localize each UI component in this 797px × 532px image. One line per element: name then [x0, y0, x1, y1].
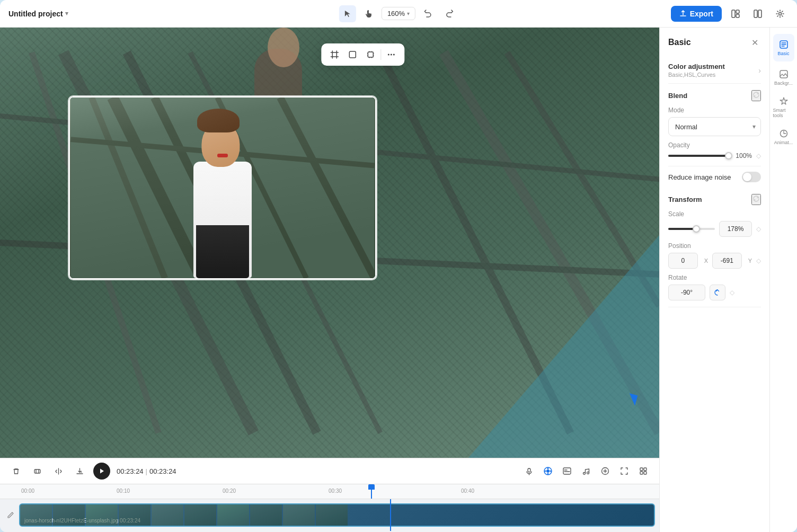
hand-tool-button[interactable]: [360, 5, 377, 22]
teal-overlay: [468, 235, 659, 458]
project-title[interactable]: Untitled project ▾: [8, 10, 68, 18]
music-button[interactable]: [579, 464, 594, 478]
transform-button[interactable]: [362, 47, 378, 63]
zoom-control[interactable]: 160% ▾: [382, 7, 415, 20]
timeline-area: 00:23:24|00:23:24: [0, 458, 659, 532]
opacity-reset-diamond[interactable]: ◇: [756, 152, 761, 159]
svg-rect-16: [349, 51, 356, 58]
svg-rect-47: [640, 468, 643, 471]
crop-button[interactable]: [326, 47, 342, 63]
svg-rect-50: [644, 472, 647, 474]
blend-title: Blend: [668, 90, 761, 101]
playhead-track: [390, 499, 391, 531]
flip-button[interactable]: [51, 464, 66, 478]
y-axis-label: Y: [748, 258, 752, 264]
fullscreen-button[interactable]: [617, 464, 632, 478]
settings-button[interactable]: [772, 5, 789, 22]
svg-point-34: [546, 469, 550, 473]
blend-reset-button[interactable]: [751, 90, 761, 101]
scale-label: Scale: [668, 210, 761, 218]
right-panel: Basic ✕ Color adjustment Basic,HSL,Curve…: [659, 28, 797, 532]
scale-reset-diamond[interactable]: ◇: [756, 225, 761, 233]
timeline-tracks: jonas-horsch-nI2UHFtetzE-unsplash.jpg 00…: [0, 499, 659, 531]
position-reset-diamond[interactable]: ◇: [756, 257, 761, 264]
color-adjustment-row[interactable]: Color adjustment Basic,HSL,Curves ›: [668, 57, 761, 84]
timeline-ruler: 00:00 00:10 00:20 00:30 00:40: [0, 484, 659, 499]
more-options-button[interactable]: [383, 47, 399, 63]
mode-select-wrapper[interactable]: Normal Multiply Screen Overlay ▾: [668, 117, 761, 136]
smart-tools-panel-button[interactable]: Smart tools: [773, 93, 794, 121]
topbar: Untitled project ▾ 160% ▾: [0, 0, 797, 28]
svg-point-37: [545, 471, 546, 472]
panel-close-button[interactable]: ✕: [748, 36, 761, 49]
color-adjustment-label: Color adjustment: [668, 63, 725, 70]
tl-right-controls: [521, 464, 651, 478]
svg-point-20: [393, 54, 395, 56]
float-toolbar: [321, 43, 404, 66]
frame-button[interactable]: [344, 47, 360, 63]
image-frame[interactable]: [69, 96, 376, 279]
svg-rect-0: [732, 10, 735, 17]
basic-panel-button[interactable]: Basic: [773, 34, 794, 61]
svg-rect-55: [780, 70, 787, 78]
svg-point-36: [547, 473, 549, 475]
svg-rect-28: [34, 469, 40, 473]
timeline-settings-button[interactable]: [636, 464, 651, 478]
ruler-mark-3: 00:30: [329, 488, 342, 494]
panel-title: Basic: [668, 38, 691, 47]
select-tool-button[interactable]: [339, 5, 356, 22]
trim-button[interactable]: [30, 464, 45, 478]
pos-y-field[interactable]: -691: [712, 253, 742, 269]
x-axis-label: X: [704, 258, 708, 264]
svg-rect-49: [640, 472, 643, 474]
opacity-fill: [668, 155, 729, 157]
rotate-reset-diamond[interactable]: ◇: [730, 289, 734, 296]
rotate-label: Rotate: [668, 274, 761, 281]
add-media-button[interactable]: [598, 464, 613, 478]
undo-button[interactable]: [420, 5, 437, 22]
playhead-ruler: [371, 484, 372, 499]
opacity-slider-row: 100% ◇: [668, 152, 761, 159]
transform-reset-button[interactable]: [751, 194, 761, 205]
reduce-noise-toggle[interactable]: [742, 172, 761, 182]
microphone-button[interactable]: [521, 464, 536, 478]
background-panel-button[interactable]: Backgr...: [773, 64, 794, 91]
ruler-mark-0: 00:00: [21, 488, 34, 494]
svg-rect-31: [528, 468, 530, 472]
rotate-90-button[interactable]: [710, 285, 725, 300]
scale-value-field[interactable]: 178%: [719, 221, 752, 237]
playhead-head: [368, 484, 375, 490]
svg-point-18: [388, 54, 389, 56]
pos-x-field[interactable]: 0: [668, 253, 698, 269]
svg-point-35: [547, 468, 549, 469]
caption-button[interactable]: [560, 464, 574, 478]
layout-icon-button[interactable]: [727, 5, 744, 22]
chevron-down-icon: ▾: [407, 11, 410, 16]
canvas-viewport[interactable]: [0, 28, 659, 458]
panel-content: Basic ✕ Color adjustment Basic,HSL,Curve…: [660, 28, 769, 532]
scale-thumb[interactable]: [693, 225, 700, 233]
split-view-button[interactable]: [749, 5, 766, 22]
export-button[interactable]: Export: [671, 6, 722, 22]
track-clip[interactable]: jonas-horsch-nI2UHFtetzE-unsplash.jpg 00…: [19, 503, 655, 527]
panel-icons: Basic Backgr... Smart tools: [769, 28, 797, 532]
download-button[interactable]: [72, 464, 87, 478]
toggle-thumb: [743, 173, 751, 181]
redo-button[interactable]: [441, 5, 458, 22]
chevron-right-icon: ›: [758, 66, 761, 75]
track-row: jonas-horsch-nI2UHFtetzE-unsplash.jpg 00…: [0, 499, 659, 531]
mode-select[interactable]: Normal Multiply Screen Overlay: [668, 117, 761, 136]
animate-panel-button[interactable]: Animat...: [773, 123, 794, 150]
svg-rect-1: [736, 10, 739, 13]
delete-clip-button[interactable]: [8, 464, 23, 478]
scale-slider-track[interactable]: [668, 228, 715, 230]
opacity-thumb[interactable]: [725, 152, 732, 159]
rotate-value-field[interactable]: -90°: [668, 285, 705, 300]
opacity-slider-track[interactable]: [668, 155, 729, 157]
timeline-content: 00:00 00:10 00:20 00:30 00:40: [0, 484, 659, 531]
color-adjustment-sub: Basic,HSL,Curves: [668, 72, 725, 78]
play-button[interactable]: [93, 463, 110, 480]
ai-button[interactable]: [541, 464, 555, 478]
transform-section: Transform Scale: [668, 188, 761, 307]
track-edit-button[interactable]: [4, 509, 17, 521]
